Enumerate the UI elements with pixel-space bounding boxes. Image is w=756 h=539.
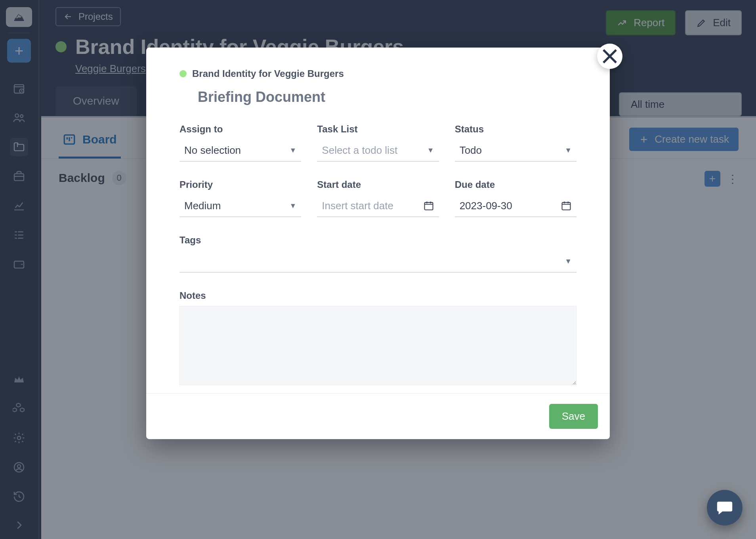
field-priority: Priority Medium ▼ [179,179,301,217]
label-start-date: Start date [317,179,439,190]
start-date-input[interactable] [317,195,439,217]
modal-project-name: Brand Identity for Veggie Burgers [192,68,344,79]
close-icon [597,44,622,69]
label-tasklist: Task List [317,124,439,135]
svg-rect-10 [424,203,433,210]
field-start-date: Start date [317,179,439,217]
status-select[interactable]: Todo ▼ [455,140,577,162]
label-status: Status [455,124,577,135]
save-button[interactable]: Save [549,404,598,429]
task-modal: Brand Identity for Veggie Burgers Assign… [146,48,610,439]
form-grid: Assign to No selection ▼ Task List Selec… [179,124,577,385]
caret-down-icon: ▼ [290,146,297,155]
task-name-input[interactable] [198,89,595,105]
calendar-icon [423,200,434,211]
modal-footer: Save [146,393,610,439]
label-notes: Notes [179,290,577,301]
field-tags: Tags ▼ [179,235,577,273]
assign-select[interactable]: No selection ▼ [179,140,301,162]
label-priority: Priority [179,179,301,190]
label-tags: Tags [179,235,577,246]
priority-select[interactable]: Medium ▼ [179,195,301,217]
modal-close-button[interactable] [597,44,622,69]
field-status: Status Todo ▼ [455,124,577,162]
caret-down-icon: ▼ [565,257,572,266]
due-date-input[interactable] [455,195,577,217]
field-due-date: Due date [455,179,577,217]
chat-bubble-icon [716,499,734,517]
label-assign: Assign to [179,124,301,135]
notes-textarea[interactable] [179,306,577,385]
field-assign: Assign to No selection ▼ [179,124,301,162]
svg-rect-11 [562,203,571,210]
label-due-date: Due date [455,179,577,190]
caret-down-icon: ▼ [565,146,572,155]
tags-select[interactable]: ▼ [179,250,577,273]
calendar-icon [561,200,572,211]
modal-body: Brand Identity for Veggie Burgers Assign… [146,48,610,393]
tasklist-select[interactable]: Select a todo list ▼ [317,140,439,162]
field-tasklist: Task List Select a todo list ▼ [317,124,439,162]
start-date-text[interactable] [322,200,423,212]
chat-button[interactable] [707,490,743,526]
modal-project-breadcrumb: Brand Identity for Veggie Burgers [179,68,577,79]
due-date-text[interactable] [460,200,561,212]
field-notes: Notes [179,290,577,385]
project-dot-icon [179,70,187,77]
caret-down-icon: ▼ [427,146,434,155]
caret-down-icon: ▼ [290,202,297,210]
